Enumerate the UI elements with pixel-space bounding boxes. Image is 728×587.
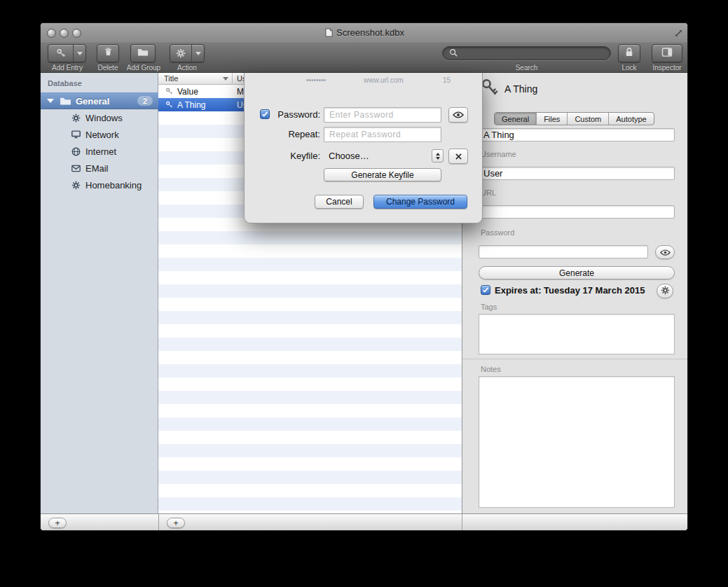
- url-label: URL: [481, 188, 496, 197]
- sidebar-item-label: Network: [85, 130, 119, 140]
- entry-title: Value: [177, 87, 198, 97]
- username-label: Username: [481, 150, 516, 158]
- add-entry-button[interactable]: [48, 44, 86, 62]
- sidebar-item-label: EMail: [85, 163, 109, 174]
- inspector-panel-icon: [661, 47, 673, 60]
- keyfile-field-label: Keyfile:: [266, 151, 320, 161]
- search-label: Search: [442, 64, 611, 71]
- sidebar-item-internet[interactable]: Internet: [41, 143, 158, 160]
- password-field[interactable]: [479, 245, 648, 258]
- obscured-modified-preview: 15: [443, 76, 451, 84]
- keyfile-popup-stepper[interactable]: [432, 149, 444, 163]
- generate-password-button[interactable]: Generate: [479, 266, 675, 279]
- inspector-panel: A Thing General Files Custom Autotype Us…: [462, 73, 688, 513]
- add-entry-plus-button[interactable]: +: [167, 518, 185, 528]
- chevron-down-icon: [195, 52, 201, 55]
- check-icon: [482, 286, 489, 294]
- folder-icon: [137, 47, 149, 60]
- action-dropdown[interactable]: [191, 45, 204, 62]
- inspector-tabs: General Files Custom Autotype: [494, 112, 654, 125]
- group-label: General: [76, 96, 109, 106]
- fullscreen-icon[interactable]: [674, 28, 683, 41]
- notes-label: Notes: [481, 365, 501, 373]
- expires-settings-button[interactable]: [657, 284, 673, 298]
- repeat-field-label: Repeat:: [266, 129, 320, 139]
- cancel-button[interactable]: Cancel: [315, 195, 364, 209]
- password-field-label: Password:: [266, 109, 320, 120]
- monitor-icon: [71, 130, 81, 139]
- keyfile-popup-value[interactable]: Choose…: [329, 151, 369, 161]
- globe-icon: [71, 147, 81, 156]
- add-group-plus-button[interactable]: +: [48, 518, 67, 528]
- password-label: Password: [481, 228, 514, 237]
- change-password-button[interactable]: Change Password: [373, 195, 467, 209]
- window-title: Screenshot.kdbx: [41, 27, 688, 39]
- add-group-label: Add Group: [119, 64, 168, 71]
- bottom-bar: + +: [41, 513, 688, 531]
- gear-icon: [170, 48, 191, 58]
- app-window: Screenshot.kdbx Add Entry Delete: [40, 22, 688, 531]
- repeat-password-input[interactable]: [324, 127, 441, 142]
- lock-icon: [625, 47, 633, 60]
- tab-general[interactable]: General: [495, 113, 536, 125]
- tab-custom[interactable]: Custom: [567, 113, 608, 125]
- sidebar-item-general[interactable]: General 2: [41, 92, 158, 109]
- search-field[interactable]: [442, 46, 611, 60]
- entry-title: A Thing: [177, 100, 205, 110]
- group-sidebar: Database General 2 Windows Network: [41, 73, 158, 513]
- add-entry-dropdown[interactable]: [73, 45, 85, 62]
- expires-checkbox[interactable]: [481, 285, 490, 295]
- obscured-password-preview: ••••••••: [306, 76, 326, 84]
- sidebar-item-network[interactable]: Network: [41, 126, 158, 143]
- delete-button[interactable]: [97, 44, 119, 62]
- inspector-entry-title: A Thing: [504, 83, 537, 95]
- sort-indicator-icon: [223, 77, 228, 81]
- lock-label: Lock: [608, 64, 650, 71]
- username-field[interactable]: [479, 167, 675, 180]
- tab-autotype[interactable]: Autotype: [608, 113, 653, 125]
- show-password-button[interactable]: [448, 107, 468, 123]
- clear-keyfile-button[interactable]: [448, 149, 468, 164]
- entry-count-badge: 2: [137, 96, 153, 106]
- lock-button[interactable]: [618, 44, 640, 62]
- gear-icon: [71, 113, 81, 123]
- url-field[interactable]: [479, 205, 675, 219]
- notes-textarea[interactable]: [479, 376, 675, 508]
- new-password-input[interactable]: [324, 107, 441, 123]
- chevron-up-icon: [436, 153, 440, 156]
- show-password-button[interactable]: [655, 245, 675, 259]
- search-icon: [449, 47, 458, 60]
- tab-files[interactable]: Files: [536, 113, 567, 125]
- document-icon: [325, 28, 333, 39]
- eye-icon: [453, 109, 464, 121]
- folder-icon: [60, 97, 71, 106]
- inspector-divider: [462, 514, 462, 531]
- window-chrome: Screenshot.kdbx Add Entry Delete: [41, 23, 688, 73]
- add-group-button[interactable]: [130, 44, 156, 62]
- tags-label: Tags: [481, 303, 497, 311]
- expires-label: Expires at: Tuesday 17 March 2015: [495, 285, 645, 296]
- column-divider[interactable]: [232, 73, 233, 85]
- title-field[interactable]: [479, 128, 675, 141]
- chevron-down-icon: [77, 52, 83, 55]
- desktop: Screenshot.kdbx Add Entry Delete: [0, 0, 728, 587]
- trash-icon: [104, 47, 113, 60]
- key-icon: [165, 88, 173, 95]
- sidebar-item-windows[interactable]: Windows: [41, 109, 158, 126]
- action-button[interactable]: [170, 44, 205, 62]
- inspector-label: Inspector: [645, 64, 688, 71]
- key-icon: [48, 48, 73, 58]
- search-input[interactable]: [461, 48, 604, 59]
- sidebar-item-email[interactable]: EMail: [41, 160, 158, 177]
- add-entry-label: Add Entry: [41, 64, 94, 71]
- disclosure-triangle-icon[interactable]: [47, 99, 54, 103]
- envelope-icon: [71, 165, 81, 172]
- sidebar-item-homebanking[interactable]: Homebanking: [41, 177, 158, 193]
- gear-icon: [661, 285, 670, 298]
- inspector-button[interactable]: [652, 44, 682, 62]
- tags-textarea[interactable]: [479, 314, 675, 354]
- close-x-icon: [455, 150, 462, 163]
- obscured-url-preview: www.url.com: [364, 76, 404, 84]
- generate-keyfile-button[interactable]: Generate Keyfile: [324, 168, 441, 181]
- column-header-title[interactable]: Title: [164, 74, 178, 83]
